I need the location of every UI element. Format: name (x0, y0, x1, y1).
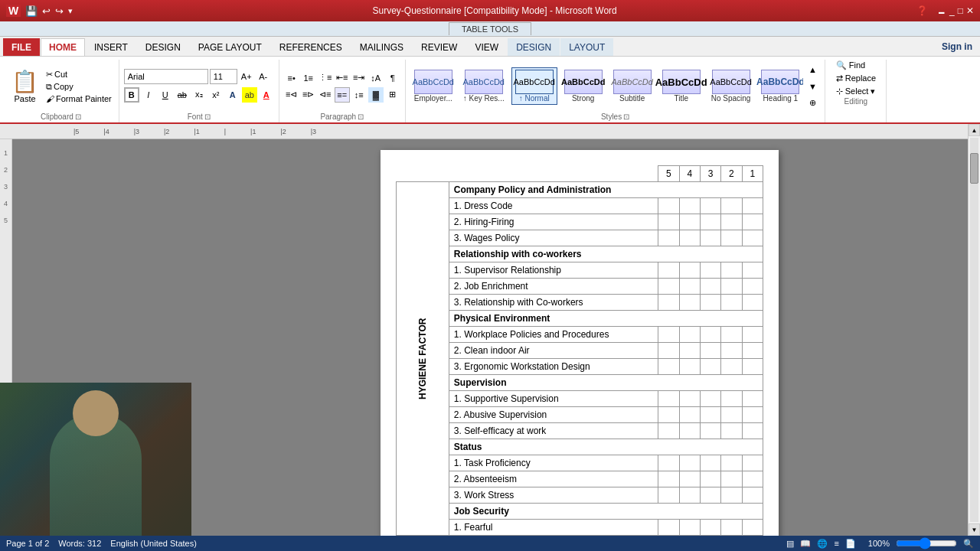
clipboard-content: 📋 Paste ✂ Cut ⧉ Copy 🖌 Format Painter (8, 60, 114, 112)
line-spacing-button[interactable]: ↕≡ (351, 87, 367, 103)
quick-access-save[interactable]: 💾 (25, 5, 38, 17)
style-heading1[interactable]: AaBbCcDd Heading 1 (757, 67, 803, 105)
highlight-button[interactable]: ab (242, 87, 257, 103)
view-outline[interactable]: ≡ (834, 539, 838, 548)
format-painter-button[interactable]: 🖌 Format Painter (44, 93, 114, 104)
multilevel-button[interactable]: ⋮≡ (318, 70, 333, 86)
bold-button[interactable]: B (124, 87, 139, 103)
view-web-layout[interactable]: 🌐 (817, 539, 828, 549)
tab-design2[interactable]: DESIGN (508, 38, 560, 56)
style-subtitle[interactable]: AaBbCcDd Subtitle (609, 67, 655, 105)
increase-indent-button[interactable]: ≡⇥ (351, 70, 367, 86)
align-center-button[interactable]: ≡⊳ (301, 87, 316, 103)
tab-review[interactable]: REVIEW (413, 38, 466, 56)
font-size-input[interactable] (210, 69, 237, 84)
document-page[interactable]: 5 4 3 2 1 HYGIENE FACTOR Company Policy … (381, 150, 779, 536)
style-strong[interactable]: AaBbCcDd Strong (560, 67, 606, 105)
language: English (United States) (110, 539, 197, 548)
shading-button[interactable]: ▓ (368, 87, 384, 103)
select-button[interactable]: ⊹ Select ▾ (833, 86, 879, 97)
view-print-layout[interactable]: ▤ (786, 539, 794, 549)
font-grow-button[interactable]: A+ (239, 69, 254, 84)
tab-layout[interactable]: LAYOUT (560, 38, 613, 56)
workplace-policies-row: 1. Workplace Policies and Procedures (397, 327, 763, 343)
strikethrough-button[interactable]: ab (175, 87, 190, 103)
italic-button[interactable]: I (141, 87, 156, 103)
style-normal[interactable]: AaBbCcDd ↑ Normal (511, 67, 557, 105)
styles-more[interactable]: ⊕ (805, 96, 820, 111)
tab-insert[interactable]: INSERT (86, 38, 136, 56)
job-security-header-row: Job Security (397, 504, 763, 520)
styles-expand-icon[interactable]: ⊡ (623, 112, 629, 121)
doc-scroll[interactable]: |5 |4 |3 |2 |1 | |1 |2 |3 5 (191, 124, 968, 536)
font-name-input[interactable] (124, 69, 208, 84)
rel-coworkers-row: 3. Relationship with Co-workers (397, 295, 763, 311)
tab-design[interactable]: DESIGN (137, 38, 189, 56)
quick-access-redo[interactable]: ↪ (55, 5, 64, 17)
window-minimize[interactable]: _ (949, 5, 955, 16)
find-button[interactable]: 🔍 Find (833, 60, 879, 71)
quick-access-undo[interactable]: ↩ (42, 5, 51, 17)
wages-policy-1 (742, 230, 763, 246)
underline-button[interactable]: U (158, 87, 173, 103)
sort-button[interactable]: ↕A (368, 70, 384, 86)
replace-button[interactable]: ⇄ Replace (833, 73, 879, 84)
zoom-in-icon[interactable]: 🔍 (963, 539, 974, 549)
font-expand-icon[interactable]: ⊡ (204, 112, 211, 121)
show-hide-button[interactable]: ¶ (385, 70, 400, 86)
align-left-button[interactable]: ≡⊲ (284, 87, 299, 103)
tab-pagelayout[interactable]: PAGE LAYOUT (190, 38, 270, 56)
scrollbar-thumb[interactable] (970, 153, 978, 184)
physical-env-header: Physical Environment (449, 311, 763, 327)
status-right: ▤ 📖 🌐 ≡ 📄 100% 🔍 (786, 539, 974, 549)
subscript-button[interactable]: x₂ (191, 87, 207, 103)
sign-in[interactable]: Sign in (934, 38, 980, 55)
cut-button[interactable]: ✂ Cut (44, 69, 114, 80)
view-full-reading[interactable]: 📖 (800, 539, 811, 549)
rating-2: 2 (721, 166, 742, 182)
left-panel: 1 2 3 4 5 (0, 124, 191, 536)
style-keyres[interactable]: AaBbCcDd ↑ Key Res... (459, 67, 508, 105)
scroll-down-arrow[interactable]: ▼ (969, 523, 980, 536)
bullets-button[interactable]: ≡• (284, 70, 299, 86)
font-shrink-button[interactable]: A- (256, 69, 271, 84)
supervision-header: Supervision (449, 375, 763, 391)
styles-scroll-up[interactable]: ▲ (805, 62, 820, 77)
tab-home[interactable]: HOME (41, 38, 85, 56)
style-employer[interactable]: AaBbCcDd Employer... (410, 67, 456, 105)
justify-button[interactable]: ≡= (335, 87, 350, 103)
tab-references[interactable]: REFERENCES (271, 38, 351, 56)
borders-button[interactable]: ⊞ (385, 87, 400, 103)
styles-scroll-down[interactable]: ▼ (805, 79, 820, 94)
scroll-up-arrow[interactable]: ▲ (969, 124, 980, 136)
tab-file[interactable]: FILE (3, 38, 40, 56)
tab-view[interactable]: VIEW (466, 38, 507, 56)
style-nospacing[interactable]: AaBbCcDd No Spacing (707, 67, 755, 105)
view-draft[interactable]: 📄 (845, 539, 856, 549)
scrollbar-track[interactable] (970, 138, 978, 522)
paste-button[interactable]: 📋 Paste (8, 67, 42, 106)
align-right-button[interactable]: ⊲≡ (318, 87, 333, 103)
supervisor-relationship-row: 1. Supervisor Relationship (397, 262, 763, 279)
window-close[interactable]: ✕ (966, 5, 974, 16)
text-effects-button[interactable]: A (225, 87, 240, 103)
clipboard-expand-icon[interactable]: ⊡ (75, 112, 81, 121)
copy-button[interactable]: ⧉ Copy (44, 81, 114, 93)
webcam-preview (0, 383, 191, 536)
style-title[interactable]: AaBbCcDd Title (658, 67, 704, 105)
right-scrollbar[interactable]: ▲ ▼ (968, 124, 980, 536)
hygiene-factor-label: HYGIENE FACTOR (397, 182, 449, 536)
paragraph-expand-icon[interactable]: ⊡ (358, 112, 364, 121)
decrease-indent-button[interactable]: ⇤≡ (335, 70, 350, 86)
font-color-button[interactable]: A (259, 87, 274, 103)
ribbon-toggle[interactable]: 🗕 (937, 5, 946, 16)
rel-coworkers-item: 3. Relationship with Co-workers (449, 295, 658, 311)
zoom-slider[interactable] (896, 539, 957, 548)
tab-mailings[interactable]: MAILINGS (351, 38, 412, 56)
numbering-button[interactable]: 1≡ (301, 70, 316, 86)
title-center: Survey-Questionnaire [Compatibility Mode… (73, 5, 916, 16)
window-restore[interactable]: □ (958, 5, 963, 16)
word-count: Words: 312 (58, 539, 101, 548)
help-icon[interactable]: ❓ (916, 5, 928, 16)
superscript-button[interactable]: x² (208, 87, 224, 103)
